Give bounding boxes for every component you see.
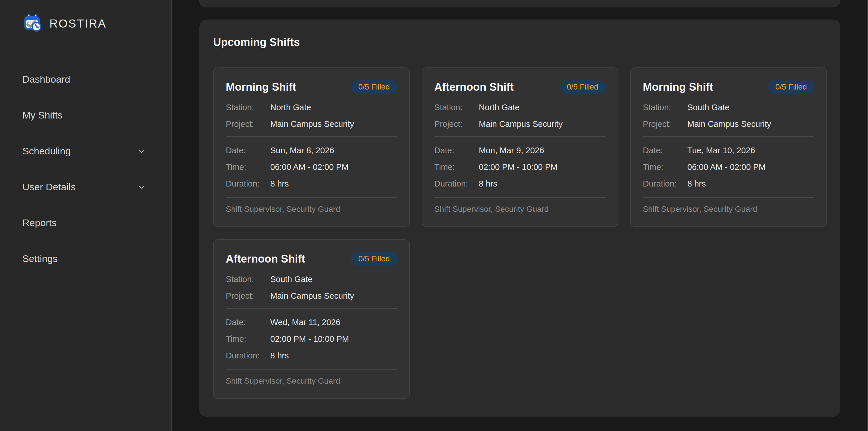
shift-card[interactable]: Morning Shift 0/5 Filled Station: North … (213, 67, 410, 227)
upcoming-shifts-panel: Upcoming Shifts Morning Shift 0/5 Filled… (199, 20, 840, 417)
sidebar-item-label: Reports (22, 217, 57, 228)
project-value: Main Campus Security (687, 120, 771, 129)
date-row: Date: Sun, Mar 8, 2026 (226, 142, 397, 159)
project-row: Project: Main Campus Security (643, 115, 814, 132)
chevron-down-icon (137, 147, 146, 156)
sidebar-item-label: My Shifts (22, 110, 63, 121)
date-value: Mon, Mar 9, 2026 (479, 146, 544, 155)
date-value: Wed, Mar 11, 2026 (270, 318, 340, 327)
duration-value: 8 hrs (687, 179, 706, 189)
project-label: Project: (434, 120, 479, 129)
shift-card[interactable]: Afternoon Shift 0/5 Filled Station: Nort… (422, 67, 618, 227)
sidebar-item-dashboard[interactable]: Dashboard (0, 61, 171, 97)
fill-status-badge: 0/5 Filled (351, 252, 397, 266)
duration-value: 8 hrs (270, 351, 289, 360)
time-value: 02:00 PM - 10:00 PM (479, 162, 558, 172)
duration-value: 8 hrs (479, 179, 497, 189)
station-row: Station: North Gate (226, 99, 397, 115)
station-value: South Gate (687, 103, 730, 112)
station-value: South Gate (270, 275, 312, 284)
time-value: 02:00 PM - 10:00 PM (270, 334, 349, 344)
sidebar-item-label: User Details (22, 181, 75, 193)
duration-row: Duration: 8 hrs (434, 175, 606, 192)
time-value: 06:00 AM - 02:00 PM (687, 162, 766, 172)
date-label: Date: (643, 146, 687, 155)
time-row: Time: 02:00 PM - 10:00 PM (434, 159, 606, 175)
divider (226, 369, 397, 370)
duration-label: Duration: (226, 351, 270, 360)
duration-row: Duration: 8 hrs (643, 175, 814, 192)
duration-row: Duration: 8 hrs (226, 347, 397, 364)
panel-title: Upcoming Shifts (213, 36, 827, 49)
time-row: Time: 06:00 AM - 02:00 PM (226, 159, 397, 175)
station-value: North Gate (270, 103, 311, 112)
station-label: Station: (226, 103, 270, 112)
station-value: North Gate (479, 103, 520, 112)
duration-label: Duration: (226, 179, 270, 189)
duration-label: Duration: (434, 179, 479, 189)
date-row: Date: Tue, Mar 10, 2026 (643, 142, 814, 159)
sidebar: ROSTIRA Dashboard My Shifts Scheduling U… (0, 0, 172, 431)
divider (226, 197, 397, 198)
chevron-down-icon (137, 183, 146, 191)
divider (226, 308, 397, 309)
shift-roles: Shift Supervisor, Security Guard (226, 203, 397, 215)
fill-status-badge: 0/5 Filled (351, 80, 397, 94)
sidebar-nav: Dashboard My Shifts Scheduling User Deta… (0, 61, 171, 277)
sidebar-item-label: Dashboard (22, 74, 70, 85)
app-name: ROSTIRA (50, 17, 106, 30)
station-row: Station: South Gate (643, 99, 814, 115)
shift-roles: Shift Supervisor, Security Guard (434, 203, 606, 215)
shift-title: Afternoon Shift (226, 253, 305, 265)
date-row: Date: Mon, Mar 9, 2026 (434, 142, 606, 159)
sidebar-item-settings[interactable]: Settings (0, 241, 171, 277)
previous-panel-bottom-edge (199, 0, 840, 7)
shift-title: Morning Shift (226, 81, 296, 93)
sidebar-item-scheduling[interactable]: Scheduling (0, 133, 171, 169)
shift-roles: Shift Supervisor, Security Guard (643, 203, 814, 215)
project-value: Main Campus Security (479, 120, 563, 129)
divider (226, 136, 397, 137)
project-row: Project: Main Campus Security (226, 288, 397, 304)
fill-status-badge: 0/5 Filled (559, 80, 606, 94)
project-label: Project: (226, 291, 270, 301)
project-label: Project: (226, 120, 270, 129)
date-row: Date: Wed, Mar 11, 2026 (226, 314, 397, 331)
duration-value: 8 hrs (270, 179, 289, 189)
divider (434, 136, 606, 137)
sidebar-item-reports[interactable]: Reports (0, 205, 171, 241)
main-content: Upcoming Shifts Morning Shift 0/5 Filled… (172, 0, 868, 431)
divider (643, 197, 814, 198)
time-value: 06:00 AM - 02:00 PM (270, 162, 348, 172)
fill-status-badge: 0/5 Filled (768, 80, 814, 94)
sidebar-item-label: Settings (22, 253, 58, 264)
project-value: Main Campus Security (270, 120, 354, 129)
shift-title: Afternoon Shift (434, 81, 514, 93)
sidebar-item-user-details[interactable]: User Details (0, 169, 171, 205)
date-label: Date: (226, 146, 270, 155)
shift-card-grid: Morning Shift 0/5 Filled Station: North … (213, 67, 827, 399)
date-label: Date: (434, 146, 479, 155)
project-row: Project: Main Campus Security (434, 115, 606, 132)
station-row: Station: South Gate (226, 271, 397, 288)
station-row: Station: North Gate (434, 99, 606, 115)
calendar-clock-logo-icon (24, 14, 42, 33)
shift-card[interactable]: Morning Shift 0/5 Filled Station: South … (630, 67, 827, 227)
time-label: Time: (226, 334, 270, 344)
duration-label: Duration: (643, 179, 687, 189)
shift-roles: Shift Supervisor, Security Guard (226, 375, 397, 387)
date-value: Tue, Mar 10, 2026 (687, 146, 755, 155)
time-label: Time: (643, 162, 687, 172)
divider (643, 136, 814, 137)
app-logo[interactable]: ROSTIRA (24, 14, 106, 33)
station-label: Station: (434, 103, 479, 112)
sidebar-item-my-shifts[interactable]: My Shifts (0, 97, 171, 133)
time-label: Time: (226, 162, 270, 172)
duration-row: Duration: 8 hrs (226, 175, 397, 192)
station-label: Station: (643, 103, 687, 112)
date-value: Sun, Mar 8, 2026 (270, 146, 334, 155)
shift-card[interactable]: Afternoon Shift 0/5 Filled Station: Sout… (213, 239, 410, 399)
date-label: Date: (226, 318, 270, 327)
project-label: Project: (643, 120, 687, 129)
divider (434, 197, 606, 198)
